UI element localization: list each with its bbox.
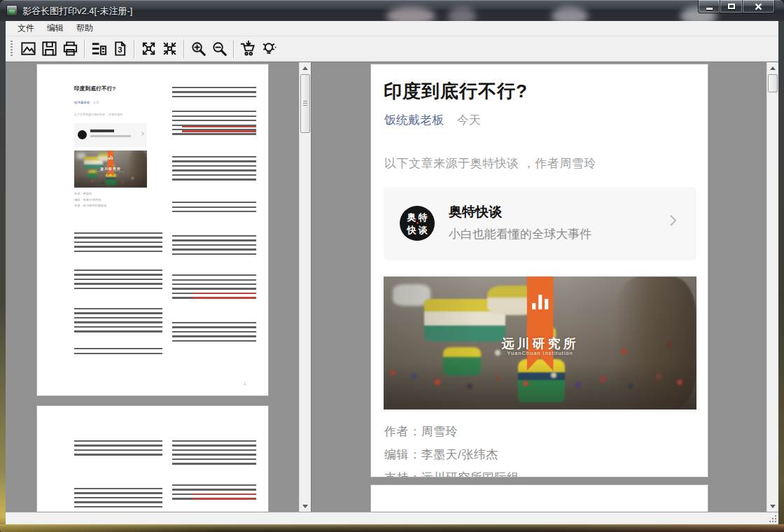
window-controls: [698, 0, 775, 13]
credit-line: 编辑：李墨天/张纬杰: [384, 443, 519, 466]
thumb-paragraph: [74, 488, 162, 508]
thumbnail-scrollbar[interactable]: [299, 62, 311, 512]
article-account[interactable]: 饭统戴老板: [384, 113, 444, 127]
menu-item-help[interactable]: 帮助: [70, 20, 99, 36]
thumb-source-name: [90, 130, 114, 132]
thumb-credit-line: 支持：远川研究所国际组: [74, 203, 106, 209]
thumb-byline: 饭统戴老板 今天: [74, 101, 99, 104]
thumb-date: 今天: [93, 101, 99, 104]
toolbar-grip[interactable]: [10, 41, 13, 57]
brand-ribbon: [108, 150, 114, 177]
scroll-up-button[interactable]: [300, 62, 310, 74]
avatar-char: 快: [407, 225, 416, 234]
credit-line: 支持：远川研究所国际组: [384, 466, 519, 477]
print-button[interactable]: [59, 38, 80, 59]
street-photo: 远川研究所 YuanChuan Institution: [384, 276, 696, 410]
scrollbar-thumb[interactable]: [300, 74, 310, 133]
window-border-bottom: [0, 524, 784, 532]
arrow-down-icon: [770, 505, 776, 508]
preview-area: 印度到底行不行? 饭统戴老板 今天 以下文章来源于奥特快谈 ，作者周雪玲: [6, 62, 778, 512]
thumb-paragraph: [172, 274, 256, 299]
hero-image: 远川研究所 YuanChuan Institution: [384, 276, 696, 410]
purchase-cart-icon: [239, 40, 257, 57]
article-date: 今天: [457, 113, 481, 127]
article-byline: 饭统戴老板 今天: [384, 112, 481, 128]
thumb-highlight-red: [182, 126, 256, 135]
thumb-paragraph: [172, 235, 256, 255]
expand-fit-icon: [140, 40, 158, 57]
scrollbar-thumb[interactable]: [768, 74, 778, 92]
thumb-account: 饭统戴老板: [74, 101, 90, 104]
thumb-article-title: 印度到底行不行?: [74, 85, 115, 92]
purchase-button[interactable]: [237, 38, 258, 59]
expand-fit-button[interactable]: [138, 38, 159, 59]
document-page-2: [370, 484, 708, 512]
maximize-icon: [728, 4, 735, 9]
article-credits: 作者：周雪玲 编辑：李墨天/张纬杰 支持：远川研究所国际组: [384, 420, 519, 477]
thumb-credit-line: 编辑：李墨天/张纬杰: [74, 197, 106, 204]
toolbar-separator: [134, 40, 134, 58]
page-list-icon: [90, 40, 108, 57]
document-scrollbar[interactable]: [766, 62, 778, 512]
close-button[interactable]: [743, 0, 775, 13]
page-number-button[interactable]: 3: [109, 38, 130, 59]
shrink-fit-button[interactable]: [159, 38, 180, 59]
thumb-hero-image: 远川研究所 YuanChuan Institution: [74, 150, 147, 188]
thumb-paragraph: [74, 270, 162, 290]
scroll-down-button[interactable]: [300, 500, 310, 512]
thumb-paragraph: [74, 440, 162, 456]
avatar-seal-dot: [416, 222, 419, 224]
title-bar[interactable]: 影谷长图打印v2.4[-未注册-]: [0, 0, 784, 21]
window-title: 影谷长图打印v2.4[-未注册-]: [22, 5, 132, 18]
maximize-button[interactable]: [720, 0, 743, 13]
thumb-paragraph: [74, 348, 162, 354]
thumb-source-card: [74, 123, 147, 147]
print-icon: [62, 40, 79, 57]
svg-text:3: 3: [118, 46, 122, 54]
brand-name: 远川研究所: [100, 167, 121, 171]
zoom-in-button[interactable]: [188, 38, 209, 59]
save-icon: [41, 40, 58, 57]
tips-button[interactable]: [258, 38, 279, 59]
avatar-char: 特: [419, 213, 428, 222]
street-photo: 远川研究所 YuanChuan Institution: [74, 150, 147, 188]
thumbnail-page-2[interactable]: [36, 405, 269, 512]
brand-logo-icon: [532, 295, 548, 310]
arrow-down-icon: [302, 505, 308, 508]
brand-name-en: YuanChuan Institution: [507, 350, 573, 356]
thumbnail-page-1[interactable]: 印度到底行不行? 饭统戴老板 今天 以下文章来源于奥特快谈 ，作者周雪玲: [36, 64, 269, 396]
thumb-paragraph: [74, 232, 162, 253]
zoom-in-icon: [190, 40, 207, 57]
arrow-up-icon: [302, 66, 308, 70]
menu-item-file[interactable]: 文件: [11, 20, 41, 36]
tips-bulb-icon: [260, 40, 278, 57]
wallpaper-glare: [552, 7, 588, 21]
zoom-out-button[interactable]: [209, 38, 230, 59]
article-source-line: 以下文章来源于奥特快谈 ，作者周雪玲: [384, 155, 596, 172]
scroll-up-button[interactable]: [768, 62, 778, 74]
zoom-out-icon: [211, 40, 228, 57]
open-image-button[interactable]: [18, 38, 38, 59]
window-border-left: [0, 21, 6, 532]
thumb-credits: 作者：周雪玲 编辑：李墨天/张纬杰 支持：远川研究所国际组: [74, 191, 106, 209]
credit-line: 作者：周雪玲: [384, 420, 519, 443]
minimize-button[interactable]: [698, 0, 720, 13]
toolbar: 3: [6, 36, 778, 62]
page-list-button[interactable]: [88, 38, 109, 59]
thumb-paragraph: [172, 87, 256, 98]
save-button[interactable]: [38, 38, 59, 59]
minimize-icon: [706, 8, 713, 10]
chevron-right-icon: [666, 214, 680, 227]
thumb-source-line: 以下文章来源于奥特快谈 ，作者周雪玲: [74, 113, 122, 116]
open-image-icon: [20, 40, 37, 57]
menu-item-edit[interactable]: 编辑: [41, 20, 70, 36]
thumb-paragraph: [172, 322, 256, 342]
resize-grip[interactable]: [768, 514, 777, 523]
wallpaper-glare: [386, 7, 435, 21]
brand-logo-icon: [108, 155, 112, 160]
thumb-credit-line: 作者：周雪玲: [74, 191, 106, 197]
thumb-paragraph: [172, 156, 256, 181]
scroll-down-button[interactable]: [768, 500, 778, 512]
thumb-paragraph: [172, 202, 256, 213]
source-name: 奥特快谈: [449, 203, 502, 221]
